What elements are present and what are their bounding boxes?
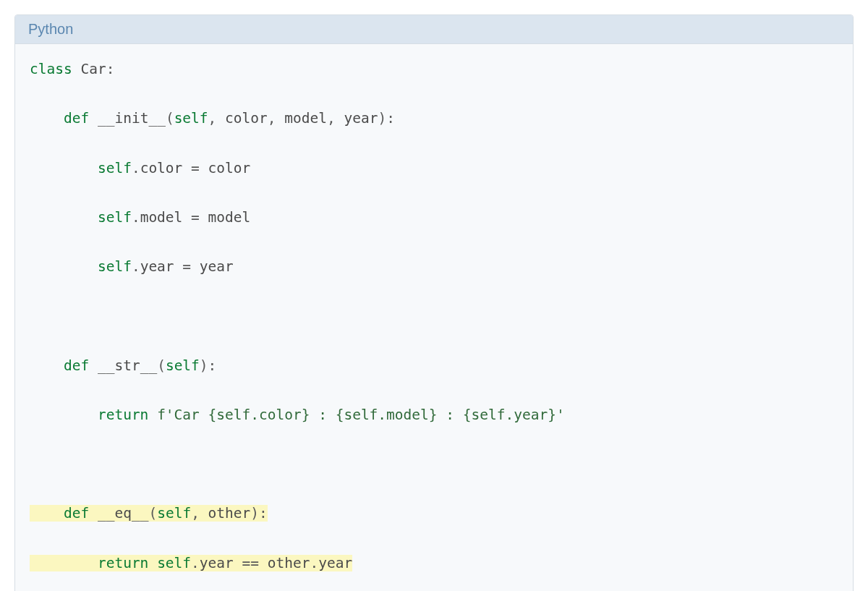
code-line: def __init__(self, color, model, year): xyxy=(30,106,838,131)
code-line xyxy=(30,452,838,477)
code-text: return f'Car {self.color} : {self.model}… xyxy=(30,407,565,423)
code-text: self.color = color xyxy=(30,160,250,177)
code-line: def __str__(self): xyxy=(30,354,838,378)
code-text: self.year = year xyxy=(30,258,234,275)
code-block: Python class Car: def __init__(self, col… xyxy=(14,14,854,591)
code-text: self.model = model xyxy=(30,209,250,226)
code-content: class Car: def __init__(self, color, mod… xyxy=(15,44,853,591)
highlighted-code: return self.year == other.year xyxy=(30,555,352,571)
highlighted-code: def __eq__(self, other): xyxy=(30,505,268,522)
code-line: self.model = model xyxy=(30,205,838,230)
code-text: def __str__(self): xyxy=(30,357,216,374)
code-line: return self.year == other.year xyxy=(30,551,838,576)
code-text: class Car: xyxy=(30,61,114,77)
code-line xyxy=(30,304,838,328)
code-line: return f'Car {self.color} : {self.model}… xyxy=(30,403,838,428)
code-language-label: Python xyxy=(15,15,853,44)
code-text xyxy=(30,456,38,472)
code-text xyxy=(30,307,38,324)
code-text: def __init__(self, color, model, year): xyxy=(30,110,395,127)
code-line: class Car: xyxy=(30,57,838,82)
code-line: self.color = color xyxy=(30,156,838,181)
code-line: def __eq__(self, other): xyxy=(30,501,838,526)
code-line: self.year = year xyxy=(30,255,838,279)
